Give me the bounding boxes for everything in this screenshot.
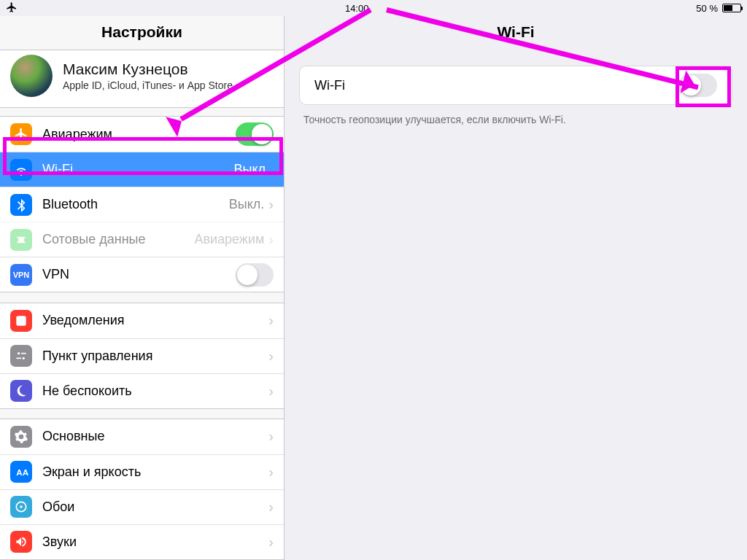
- sidebar-item-airplane[interactable]: Авиарежим: [0, 117, 284, 152]
- svg-rect-4: [16, 358, 21, 359]
- sidebar-item-wall[interactable]: Обои›: [0, 489, 284, 524]
- apple-id-row[interactable]: Максим Кузнецов Apple ID, iCloud, iTunes…: [0, 50, 284, 108]
- chevron-right-icon: ›: [268, 499, 274, 516]
- account-subtitle: Apple ID, iCloud, iTunes- и App Store: [63, 79, 233, 91]
- svg-point-7: [20, 506, 22, 508]
- sidebar-item-sound[interactable]: Звуки›: [0, 524, 284, 559]
- sidebar-group-notifications: Уведомления›Пункт управления›Не беспокои…: [0, 303, 284, 409]
- wifi-toggle[interactable]: [679, 74, 717, 97]
- sidebar-item-general[interactable]: Основные›: [0, 419, 284, 454]
- sidebar-item-label: Основные: [42, 429, 268, 444]
- chevron-right-icon: ›: [268, 231, 274, 248]
- svg-point-1: [18, 352, 20, 354]
- control-icon: [10, 345, 32, 367]
- svg-text:AA: AA: [16, 467, 28, 477]
- sidebar-item-label: Сотовые данные: [42, 232, 194, 247]
- dnd-icon: [10, 380, 32, 402]
- wifi-icon: [10, 159, 32, 181]
- sidebar-item-value: Выкл.: [233, 162, 269, 177]
- general-icon: [10, 426, 32, 448]
- chevron-right-icon: ›: [268, 534, 274, 551]
- sidebar-item-label: Уведомления: [42, 313, 268, 328]
- wifi-row-label: Wi-Fi: [314, 78, 679, 93]
- airplane-icon: [10, 123, 32, 145]
- sidebar-item-label: Звуки: [42, 534, 268, 550]
- detail-pane: Wi-Fi Wi-Fi Точность геопозиции улучшает…: [285, 16, 747, 560]
- sidebar-item-label: Wi-Fi: [42, 162, 233, 177]
- vpn-toggle[interactable]: [236, 263, 274, 287]
- sidebar-item-label: VPN: [42, 267, 236, 282]
- sidebar-item-notif[interactable]: Уведомления›: [0, 303, 284, 338]
- sidebar-item-cell[interactable]: Сотовые данныеАвиарежим›: [0, 222, 284, 257]
- wifi-toggle-row[interactable]: Wi-Fi: [300, 66, 732, 104]
- sidebar-item-display[interactable]: AAЭкран и яркость›: [0, 454, 284, 489]
- svg-rect-2: [21, 353, 26, 354]
- notif-icon: [10, 310, 32, 332]
- sidebar-item-value: Выкл.: [229, 197, 265, 212]
- settings-sidebar: Настройки Максим Кузнецов Apple ID, iClo…: [0, 16, 285, 560]
- sidebar-item-label: Авиарежим: [42, 127, 236, 142]
- svg-rect-0: [16, 316, 26, 325]
- detail-title: Wi-Fi: [285, 16, 747, 52]
- avatar: [10, 55, 53, 97]
- status-time: 14:00: [345, 3, 369, 14]
- chevron-right-icon: ›: [268, 348, 274, 365]
- sidebar-item-bt[interactable]: BluetoothВыкл.›: [0, 187, 284, 222]
- sidebar-title: Настройки: [0, 16, 284, 50]
- account-name: Максим Кузнецов: [63, 61, 233, 78]
- chevron-right-icon: ›: [268, 428, 274, 445]
- airplane-toggle[interactable]: [236, 122, 274, 146]
- battery-icon: [722, 4, 741, 12]
- chevron-right-icon: ›: [268, 196, 274, 213]
- sidebar-item-wifi[interactable]: Wi-FiВыкл.: [0, 152, 284, 187]
- chevron-right-icon: ›: [268, 383, 274, 400]
- sidebar-item-label: Не беспокоить: [42, 384, 268, 399]
- airplane-mode-icon: [6, 1, 18, 15]
- svg-point-3: [23, 357, 25, 359]
- sidebar-item-label: Bluetooth: [42, 197, 229, 212]
- sound-icon: [10, 531, 32, 553]
- bt-icon: [10, 194, 32, 216]
- sidebar-item-label: Обои: [42, 499, 268, 515]
- sidebar-item-label: Экран и яркость: [42, 464, 268, 480]
- sidebar-group-connectivity: АвиарежимWi-FiВыкл.BluetoothВыкл.›Сотовы…: [0, 116, 284, 292]
- sidebar-item-dnd[interactable]: Не беспокоить›: [0, 373, 284, 408]
- chevron-right-icon: ›: [268, 464, 274, 481]
- wifi-footer-text: Точность геопозиции улучшается, если вкл…: [285, 105, 747, 134]
- battery-percent: 50 %: [696, 3, 718, 14]
- cell-icon: [10, 229, 32, 251]
- chevron-right-icon: ›: [268, 312, 274, 329]
- sidebar-group-general: Основные›AAЭкран и яркость›Обои›Звуки›: [0, 419, 284, 560]
- wall-icon: [10, 496, 32, 518]
- sidebar-item-label: Пункт управления: [42, 349, 268, 364]
- sidebar-item-vpn[interactable]: VPNVPN: [0, 257, 284, 292]
- sidebar-item-control[interactable]: Пункт управления›: [0, 338, 284, 373]
- display-icon: AA: [10, 461, 32, 483]
- vpn-icon: VPN: [10, 264, 32, 286]
- status-bar: 14:00 50 %: [0, 0, 747, 16]
- sidebar-item-value: Авиарежим: [194, 232, 264, 247]
- wifi-card: Wi-Fi: [299, 66, 732, 105]
